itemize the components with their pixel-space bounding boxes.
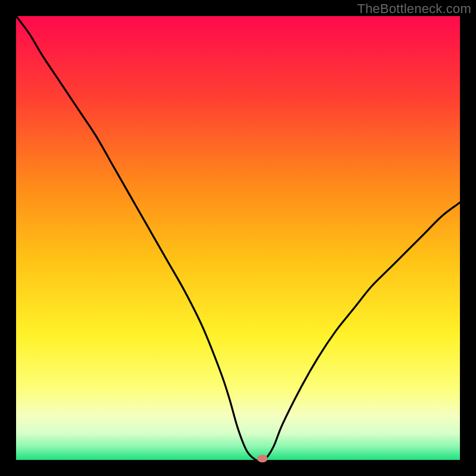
gradient-background bbox=[16, 16, 460, 460]
bottleneck-chart bbox=[0, 0, 476, 476]
chart-frame: TheBottleneck.com bbox=[0, 0, 476, 476]
optimum-marker bbox=[257, 455, 268, 462]
watermark-text: TheBottleneck.com bbox=[357, 1, 471, 17]
